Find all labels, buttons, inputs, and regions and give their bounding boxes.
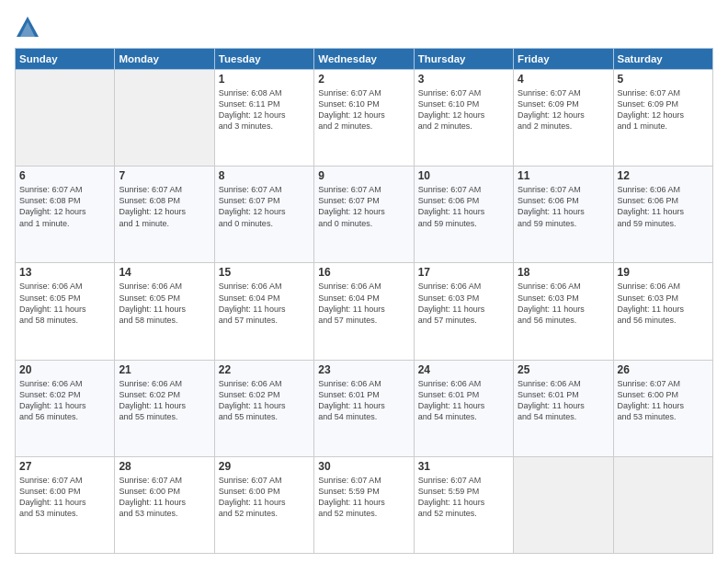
calendar-cell: 31Sunrise: 6:07 AM Sunset: 5:59 PM Dayli… bbox=[414, 456, 513, 553]
day-number: 10 bbox=[418, 169, 509, 182]
day-info: Sunrise: 6:08 AM Sunset: 6:11 PM Dayligh… bbox=[219, 87, 310, 132]
day-number: 1 bbox=[219, 73, 310, 86]
day-number: 5 bbox=[618, 73, 709, 86]
calendar-cell bbox=[514, 456, 613, 553]
day-info: Sunrise: 6:07 AM Sunset: 6:08 PM Dayligh… bbox=[19, 184, 110, 229]
calendar-cell: 17Sunrise: 6:06 AM Sunset: 6:03 PM Dayli… bbox=[414, 263, 513, 360]
day-number: 9 bbox=[318, 169, 409, 182]
day-number: 23 bbox=[318, 363, 409, 376]
day-info: Sunrise: 6:06 AM Sunset: 6:01 PM Dayligh… bbox=[418, 378, 509, 423]
day-number: 24 bbox=[418, 363, 509, 376]
day-number: 6 bbox=[19, 169, 110, 182]
day-number: 31 bbox=[418, 460, 509, 473]
calendar-cell: 24Sunrise: 6:06 AM Sunset: 6:01 PM Dayli… bbox=[414, 360, 513, 456]
calendar-header-row: SundayMondayTuesdayWednesdayThursdayFrid… bbox=[16, 49, 713, 70]
calendar-cell: 11Sunrise: 6:07 AM Sunset: 6:06 PM Dayli… bbox=[514, 167, 613, 263]
day-info: Sunrise: 6:07 AM Sunset: 6:09 PM Dayligh… bbox=[618, 87, 709, 132]
calendar-cell: 12Sunrise: 6:06 AM Sunset: 6:06 PM Dayli… bbox=[613, 167, 712, 263]
day-info: Sunrise: 6:07 AM Sunset: 6:07 PM Dayligh… bbox=[219, 184, 310, 229]
day-number: 16 bbox=[318, 266, 409, 279]
day-info: Sunrise: 6:06 AM Sunset: 6:02 PM Dayligh… bbox=[119, 378, 210, 423]
calendar-cell: 1Sunrise: 6:08 AM Sunset: 6:11 PM Daylig… bbox=[214, 70, 313, 167]
day-info: Sunrise: 6:07 AM Sunset: 6:06 PM Dayligh… bbox=[518, 184, 609, 229]
calendar-cell: 20Sunrise: 6:06 AM Sunset: 6:02 PM Dayli… bbox=[16, 360, 115, 456]
day-info: Sunrise: 6:06 AM Sunset: 6:05 PM Dayligh… bbox=[19, 281, 110, 326]
day-info: Sunrise: 6:06 AM Sunset: 6:03 PM Dayligh… bbox=[618, 281, 709, 326]
day-number: 18 bbox=[518, 266, 609, 279]
day-info: Sunrise: 6:07 AM Sunset: 6:10 PM Dayligh… bbox=[318, 87, 409, 132]
day-info: Sunrise: 6:07 AM Sunset: 5:59 PM Dayligh… bbox=[418, 475, 509, 520]
calendar-cell: 5Sunrise: 6:07 AM Sunset: 6:09 PM Daylig… bbox=[613, 70, 712, 167]
calendar-week-row: 1Sunrise: 6:08 AM Sunset: 6:11 PM Daylig… bbox=[16, 70, 713, 167]
calendar-cell: 28Sunrise: 6:07 AM Sunset: 6:00 PM Dayli… bbox=[115, 456, 214, 553]
day-number: 13 bbox=[19, 266, 110, 279]
day-number: 2 bbox=[318, 73, 409, 86]
calendar-cell: 26Sunrise: 6:07 AM Sunset: 6:00 PM Dayli… bbox=[613, 360, 712, 456]
day-info: Sunrise: 6:07 AM Sunset: 5:59 PM Dayligh… bbox=[318, 475, 409, 520]
day-info: Sunrise: 6:06 AM Sunset: 6:03 PM Dayligh… bbox=[518, 281, 609, 326]
calendar-cell: 25Sunrise: 6:06 AM Sunset: 6:01 PM Dayli… bbox=[514, 360, 613, 456]
calendar-table: SundayMondayTuesdayWednesdayThursdayFrid… bbox=[15, 48, 713, 554]
day-number: 15 bbox=[219, 266, 310, 279]
day-number: 14 bbox=[119, 266, 210, 279]
calendar-cell: 29Sunrise: 6:07 AM Sunset: 6:00 PM Dayli… bbox=[214, 456, 313, 553]
calendar-cell: 13Sunrise: 6:06 AM Sunset: 6:05 PM Dayli… bbox=[16, 263, 115, 360]
calendar-cell bbox=[115, 70, 214, 167]
day-number: 4 bbox=[518, 73, 609, 86]
calendar-cell: 27Sunrise: 6:07 AM Sunset: 6:00 PM Dayli… bbox=[16, 456, 115, 553]
calendar-cell: 23Sunrise: 6:06 AM Sunset: 6:01 PM Dayli… bbox=[314, 360, 414, 456]
day-number: 7 bbox=[119, 169, 210, 182]
day-number: 3 bbox=[418, 73, 509, 86]
calendar-day-header: Sunday bbox=[16, 49, 115, 70]
calendar-cell: 30Sunrise: 6:07 AM Sunset: 5:59 PM Dayli… bbox=[314, 456, 414, 553]
logo bbox=[15, 15, 42, 40]
day-number: 25 bbox=[518, 363, 609, 376]
day-info: Sunrise: 6:06 AM Sunset: 6:02 PM Dayligh… bbox=[19, 378, 110, 423]
day-number: 20 bbox=[19, 363, 110, 376]
day-info: Sunrise: 6:06 AM Sunset: 6:04 PM Dayligh… bbox=[318, 281, 409, 326]
calendar-cell bbox=[16, 70, 115, 167]
calendar-day-header: Tuesday bbox=[214, 49, 313, 70]
day-info: Sunrise: 6:06 AM Sunset: 6:02 PM Dayligh… bbox=[219, 378, 310, 423]
calendar-cell: 6Sunrise: 6:07 AM Sunset: 6:08 PM Daylig… bbox=[16, 167, 115, 263]
header bbox=[15, 15, 713, 40]
day-number: 28 bbox=[119, 460, 210, 473]
day-info: Sunrise: 6:06 AM Sunset: 6:06 PM Dayligh… bbox=[618, 184, 709, 229]
calendar-cell: 22Sunrise: 6:06 AM Sunset: 6:02 PM Dayli… bbox=[214, 360, 313, 456]
calendar-cell: 15Sunrise: 6:06 AM Sunset: 6:04 PM Dayli… bbox=[214, 263, 313, 360]
calendar-cell: 4Sunrise: 6:07 AM Sunset: 6:09 PM Daylig… bbox=[514, 70, 613, 167]
calendar-cell: 16Sunrise: 6:06 AM Sunset: 6:04 PM Dayli… bbox=[314, 263, 414, 360]
day-number: 21 bbox=[119, 363, 210, 376]
day-number: 29 bbox=[219, 460, 310, 473]
day-info: Sunrise: 6:06 AM Sunset: 6:01 PM Dayligh… bbox=[318, 378, 409, 423]
calendar-cell: 21Sunrise: 6:06 AM Sunset: 6:02 PM Dayli… bbox=[115, 360, 214, 456]
calendar-cell: 18Sunrise: 6:06 AM Sunset: 6:03 PM Dayli… bbox=[514, 263, 613, 360]
calendar-cell: 7Sunrise: 6:07 AM Sunset: 6:08 PM Daylig… bbox=[115, 167, 214, 263]
day-info: Sunrise: 6:06 AM Sunset: 6:03 PM Dayligh… bbox=[418, 281, 509, 326]
calendar-cell: 14Sunrise: 6:06 AM Sunset: 6:05 PM Dayli… bbox=[115, 263, 214, 360]
day-info: Sunrise: 6:07 AM Sunset: 6:06 PM Dayligh… bbox=[418, 184, 509, 229]
calendar-week-row: 6Sunrise: 6:07 AM Sunset: 6:08 PM Daylig… bbox=[16, 167, 713, 263]
calendar-cell: 19Sunrise: 6:06 AM Sunset: 6:03 PM Dayli… bbox=[613, 263, 712, 360]
logo-icon bbox=[15, 15, 40, 40]
day-number: 8 bbox=[219, 169, 310, 182]
calendar-day-header: Friday bbox=[514, 49, 613, 70]
day-info: Sunrise: 6:06 AM Sunset: 6:04 PM Dayligh… bbox=[219, 281, 310, 326]
calendar-cell bbox=[613, 456, 712, 553]
calendar-cell: 10Sunrise: 6:07 AM Sunset: 6:06 PM Dayli… bbox=[414, 167, 513, 263]
day-info: Sunrise: 6:07 AM Sunset: 6:00 PM Dayligh… bbox=[618, 378, 709, 423]
day-info: Sunrise: 6:06 AM Sunset: 6:05 PM Dayligh… bbox=[119, 281, 210, 326]
day-info: Sunrise: 6:07 AM Sunset: 6:00 PM Dayligh… bbox=[119, 475, 210, 520]
calendar-cell: 8Sunrise: 6:07 AM Sunset: 6:07 PM Daylig… bbox=[214, 167, 313, 263]
calendar-week-row: 13Sunrise: 6:06 AM Sunset: 6:05 PM Dayli… bbox=[16, 263, 713, 360]
day-info: Sunrise: 6:07 AM Sunset: 6:07 PM Dayligh… bbox=[318, 184, 409, 229]
day-info: Sunrise: 6:07 AM Sunset: 6:09 PM Dayligh… bbox=[518, 87, 609, 132]
day-info: Sunrise: 6:06 AM Sunset: 6:01 PM Dayligh… bbox=[518, 378, 609, 423]
day-number: 19 bbox=[618, 266, 709, 279]
day-number: 17 bbox=[418, 266, 509, 279]
day-number: 30 bbox=[318, 460, 409, 473]
day-info: Sunrise: 6:07 AM Sunset: 6:00 PM Dayligh… bbox=[19, 475, 110, 520]
calendar-day-header: Thursday bbox=[414, 49, 513, 70]
calendar-day-header: Monday bbox=[115, 49, 214, 70]
day-number: 12 bbox=[618, 169, 709, 182]
